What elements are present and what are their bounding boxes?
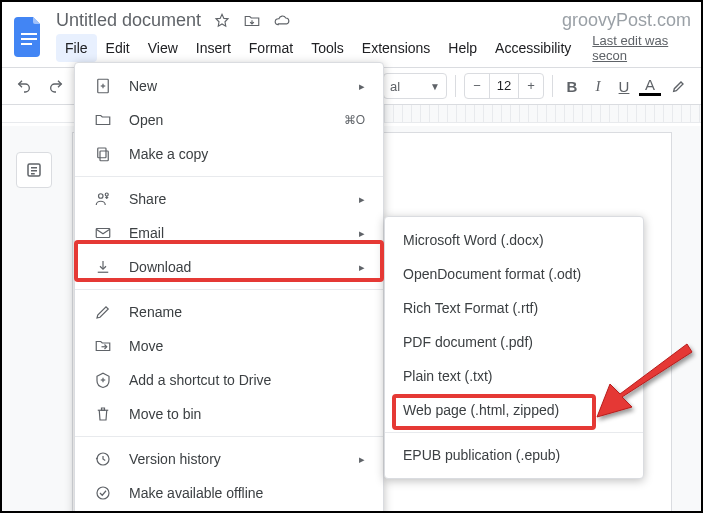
menu-edit[interactable]: Edit (97, 34, 139, 62)
annotation-arrow (582, 342, 702, 432)
menu-share-label: Share (129, 191, 166, 207)
menu-add-shortcut[interactable]: Add a shortcut to Drive (75, 363, 383, 397)
font-size-value[interactable]: 12 (489, 74, 519, 98)
undo-button[interactable] (10, 72, 38, 100)
font-family-partial: al (390, 79, 400, 94)
menu-insert[interactable]: Insert (187, 34, 240, 62)
menu-download-label: Download (129, 259, 191, 275)
submenu-arrow-icon: ▸ (359, 261, 365, 274)
submenu-rtf[interactable]: Rich Text Format (.rtf) (385, 291, 643, 325)
move-icon (93, 336, 113, 356)
underline-button[interactable]: U (613, 78, 635, 95)
submenu-arrow-icon: ▸ (359, 227, 365, 240)
star-icon[interactable] (213, 12, 231, 30)
menu-move-label: Move (129, 338, 163, 354)
menu-move-to-bin[interactable]: Move to bin (75, 397, 383, 431)
cloud-status-icon[interactable] (273, 12, 291, 30)
font-size-plus[interactable]: + (519, 74, 543, 98)
menu-offline-label: Make available offline (129, 485, 263, 501)
menu-new-label: New (129, 78, 157, 94)
menu-accessibility[interactable]: Accessibility (486, 34, 580, 62)
history-icon (93, 449, 113, 469)
shortcut-icon (93, 370, 113, 390)
menu-version-history[interactable]: Version history ▸ (75, 442, 383, 476)
download-icon (93, 257, 113, 277)
svg-rect-10 (100, 151, 108, 161)
svg-point-20 (97, 487, 109, 499)
redo-button[interactable] (42, 72, 70, 100)
svg-rect-11 (98, 148, 106, 158)
menu-format[interactable]: Format (240, 34, 302, 62)
move-folder-icon[interactable] (243, 12, 261, 30)
rename-icon (93, 302, 113, 322)
menu-make-copy-label: Make a copy (129, 146, 208, 162)
font-size-minus[interactable]: − (465, 74, 489, 98)
bold-button[interactable]: B (561, 78, 583, 95)
folder-icon (93, 110, 113, 130)
submenu-arrow-icon: ▸ (359, 80, 365, 93)
submenu-arrow-icon: ▸ (359, 453, 365, 466)
menu-open-label: Open (129, 112, 163, 128)
svg-rect-16 (96, 229, 110, 238)
menu-help[interactable]: Help (439, 34, 486, 62)
offline-icon (93, 483, 113, 503)
italic-button[interactable]: I (587, 78, 609, 95)
font-size-stepper[interactable]: − 12 + (464, 73, 544, 99)
menubar: File Edit View Insert Format Tools Exten… (56, 33, 691, 63)
menu-move-to-bin-label: Move to bin (129, 406, 201, 422)
menu-email[interactable]: Email ▸ (75, 216, 383, 250)
svg-rect-2 (21, 43, 32, 45)
menu-version-history-label: Version history (129, 451, 221, 467)
menu-email-label: Email (129, 225, 164, 241)
shortcut-text: ⌘O (344, 113, 365, 127)
svg-point-13 (105, 193, 108, 196)
copy-icon (93, 144, 113, 164)
chevron-down-icon: ▼ (430, 81, 440, 92)
font-family-selector[interactable]: al ▼ (383, 73, 447, 99)
submenu-docx[interactable]: Microsoft Word (.docx) (385, 223, 643, 257)
doc-title[interactable]: Untitled document (56, 10, 201, 31)
share-icon (93, 189, 113, 209)
email-icon (93, 223, 113, 243)
menu-file[interactable]: File (56, 34, 97, 62)
svg-rect-1 (21, 38, 37, 40)
file-menu: New ▸ Open ⌘O Make a copy Share ▸ Email … (74, 62, 384, 513)
docs-logo[interactable] (12, 15, 46, 59)
outline-toggle[interactable] (16, 152, 52, 188)
menu-rename-label: Rename (129, 304, 182, 320)
menu-rename[interactable]: Rename (75, 295, 383, 329)
text-color-button[interactable]: A (639, 77, 661, 96)
menu-share[interactable]: Share ▸ (75, 182, 383, 216)
svg-point-12 (99, 194, 104, 199)
submenu-odt[interactable]: OpenDocument format (.odt) (385, 257, 643, 291)
menu-move[interactable]: Move (75, 329, 383, 363)
submenu-epub[interactable]: EPUB publication (.epub) (385, 438, 643, 472)
menu-view[interactable]: View (139, 34, 187, 62)
menu-add-shortcut-label: Add a shortcut to Drive (129, 372, 271, 388)
menu-new[interactable]: New ▸ (75, 69, 383, 103)
menu-download[interactable]: Download ▸ (75, 250, 383, 284)
menu-extensions[interactable]: Extensions (353, 34, 439, 62)
menu-offline[interactable]: Make available offline (75, 476, 383, 510)
trash-icon (93, 404, 113, 424)
menu-tools[interactable]: Tools (302, 34, 353, 62)
menu-make-copy[interactable]: Make a copy (75, 137, 383, 171)
branding-watermark: groovyPost.com (562, 10, 691, 31)
menu-open[interactable]: Open ⌘O (75, 103, 383, 137)
highlight-button[interactable] (665, 72, 693, 100)
submenu-arrow-icon: ▸ (359, 193, 365, 206)
new-doc-icon (93, 76, 113, 96)
svg-rect-0 (21, 33, 37, 35)
last-edit-text[interactable]: Last edit was secon (592, 33, 691, 63)
